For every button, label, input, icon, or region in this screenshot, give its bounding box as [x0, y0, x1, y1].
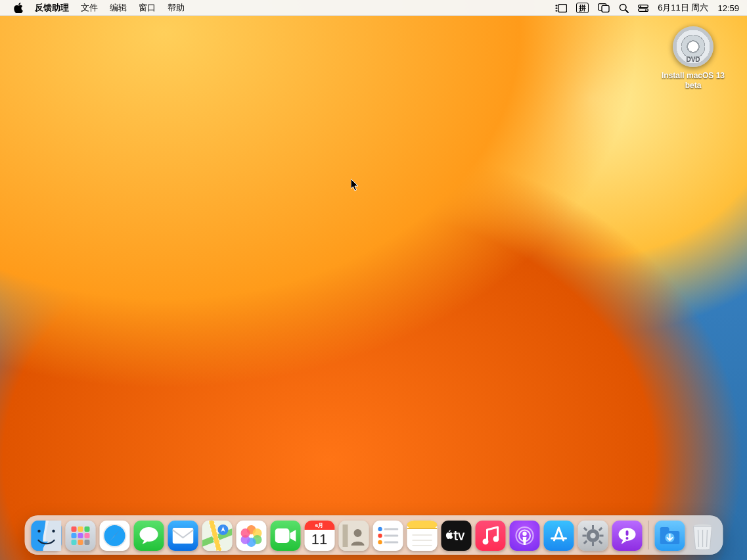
- svg-rect-3: [556, 10, 558, 11]
- menubar-date[interactable]: 6月11日 周六: [658, 2, 708, 14]
- svg-point-37: [240, 528, 250, 538]
- menu-window[interactable]: 窗口: [133, 2, 162, 14]
- mouse-cursor-icon: [351, 179, 360, 195]
- menu-edit[interactable]: 编辑: [104, 2, 133, 14]
- dock-music[interactable]: [475, 521, 505, 551]
- svg-point-13: [37, 530, 40, 532]
- svg-rect-38: [275, 528, 289, 543]
- svg-rect-19: [78, 533, 83, 538]
- dvd-brand-label: DVD: [673, 56, 713, 63]
- apple-logo-icon: [14, 3, 23, 13]
- svg-rect-62: [592, 542, 594, 546]
- mail-icon: [172, 528, 193, 544]
- dock-launchpad[interactable]: [65, 521, 95, 551]
- screen-mirroring-icon[interactable]: [598, 3, 610, 12]
- svg-rect-0: [558, 4, 567, 12]
- feedback-icon: [617, 526, 637, 545]
- dock-tv[interactable]: [441, 521, 471, 551]
- desktop-item-label-line1: Install macOS 13: [662, 71, 725, 80]
- stage-manager-icon[interactable]: [555, 4, 567, 12]
- dock-separator: [648, 521, 648, 549]
- svg-line-7: [625, 10, 628, 12]
- dock: 6月 11: [24, 515, 723, 555]
- menu-file[interactable]: 文件: [75, 2, 104, 14]
- contacts-icon: [338, 521, 369, 551]
- svg-rect-43: [384, 528, 398, 530]
- svg-rect-23: [84, 540, 89, 545]
- desktop[interactable]: 反馈助理 文件 编辑 窗口 帮助 拼 6月11日 周六 12:59: [0, 0, 747, 560]
- appstore-icon: [549, 526, 568, 546]
- svg-rect-20: [84, 533, 89, 538]
- messages-icon: [138, 526, 159, 546]
- downloads-icon: [660, 527, 679, 544]
- menubar-time[interactable]: 12:59: [717, 3, 739, 13]
- dvd-disc-icon: DVD: [673, 26, 713, 67]
- svg-rect-40: [342, 525, 348, 547]
- dock-downloads[interactable]: [654, 521, 685, 551]
- dock-finder[interactable]: [31, 521, 61, 551]
- launchpad-icon: [70, 526, 90, 546]
- dock-safari[interactable]: [99, 521, 129, 551]
- podcasts-icon: [514, 525, 535, 546]
- svg-rect-50: [407, 528, 437, 529]
- svg-rect-29: [172, 528, 193, 544]
- dock-facetime[interactable]: [270, 521, 300, 551]
- input-method-icon[interactable]: 拼: [576, 3, 589, 13]
- svg-rect-21: [71, 540, 76, 545]
- svg-rect-1: [556, 5, 558, 6]
- svg-rect-63: [582, 535, 586, 537]
- maps-icon: [202, 521, 232, 551]
- apple-menu[interactable]: [8, 3, 29, 13]
- svg-rect-17: [84, 526, 89, 532]
- svg-point-54: [482, 539, 488, 545]
- svg-point-42: [378, 527, 382, 531]
- menu-app-name[interactable]: 反馈助理: [29, 2, 75, 14]
- svg-point-28: [139, 527, 158, 542]
- svg-rect-15: [71, 526, 76, 532]
- svg-rect-10: [639, 9, 648, 11]
- control-center-icon[interactable]: [638, 5, 648, 12]
- svg-rect-45: [384, 535, 398, 537]
- menu-help[interactable]: 帮助: [162, 2, 191, 14]
- calendar-month-label: 6月: [304, 521, 334, 530]
- svg-point-44: [378, 534, 382, 538]
- dock-notes[interactable]: [407, 521, 437, 551]
- dock-messages[interactable]: [133, 521, 164, 551]
- svg-rect-22: [78, 540, 83, 545]
- desktop-item-install-macos[interactable]: DVD Install macOS 13 beta: [654, 26, 733, 91]
- spotlight-icon[interactable]: [619, 3, 629, 13]
- facetime-icon: [275, 528, 296, 543]
- photos-icon: [239, 524, 263, 548]
- svg-point-41: [353, 529, 361, 537]
- svg-rect-68: [583, 540, 587, 544]
- svg-rect-18: [71, 533, 76, 538]
- finder-icon: [31, 521, 61, 551]
- dock-appstore[interactable]: [543, 521, 574, 551]
- dock-podcasts[interactable]: [509, 521, 539, 551]
- svg-rect-61: [592, 525, 594, 529]
- svg-rect-73: [660, 527, 669, 532]
- svg-point-11: [645, 9, 646, 11]
- svg-rect-16: [78, 526, 83, 532]
- dock-photos[interactable]: [236, 521, 266, 551]
- dock-trash[interactable]: [689, 519, 716, 551]
- svg-rect-8: [639, 5, 648, 7]
- dock-calendar[interactable]: 6月 11: [304, 521, 334, 551]
- svg-point-9: [640, 5, 641, 7]
- svg-rect-5: [602, 5, 609, 12]
- dock-contacts[interactable]: [338, 521, 369, 551]
- dock-reminders[interactable]: [373, 521, 403, 551]
- music-icon: [482, 526, 499, 546]
- svg-point-14: [52, 530, 55, 532]
- svg-rect-70: [625, 530, 628, 536]
- dock-mail[interactable]: [168, 521, 198, 551]
- reminders-icon: [377, 526, 398, 545]
- svg-point-71: [625, 537, 628, 540]
- svg-point-60: [590, 533, 595, 538]
- dock-maps[interactable]: [202, 521, 232, 551]
- svg-rect-67: [598, 527, 602, 531]
- svg-rect-47: [384, 542, 398, 544]
- dock-settings[interactable]: [577, 521, 608, 551]
- menu-bar: 反馈助理 文件 编辑 窗口 帮助 拼 6月11日 周六 12:59: [0, 0, 747, 16]
- dock-feedback-assistant[interactable]: [612, 521, 642, 551]
